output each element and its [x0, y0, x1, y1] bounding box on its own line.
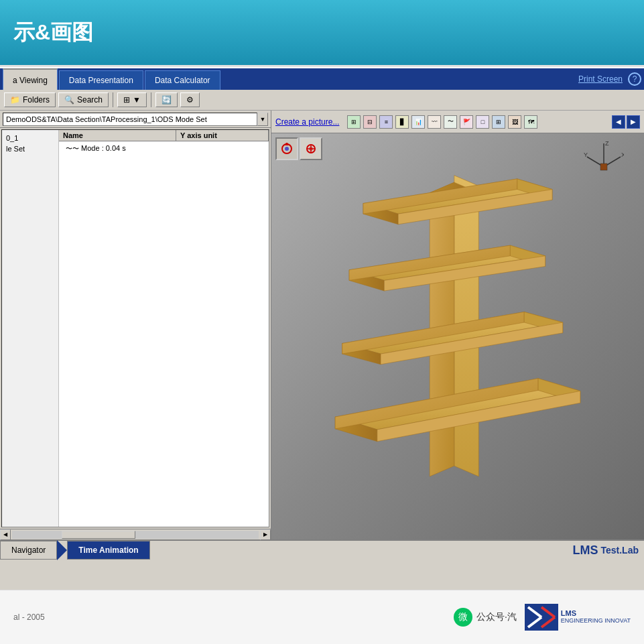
wechat-badge: 微 公众号·汽 — [454, 608, 517, 627]
pic-icon-6[interactable]: 〰 — [428, 115, 441, 129]
nav-tab-arrow — [57, 540, 67, 560]
top-header: 示&画图 — [0, 0, 644, 67]
horizontal-scrollbar[interactable]: ◀ ▶ — [0, 529, 271, 539]
folder-icon: 📁 — [10, 95, 20, 105]
table-row[interactable]: 〜〜 Mode : 0.04 s — [62, 143, 266, 155]
tab-data-viewing[interactable]: a Viewing — [3, 68, 58, 90]
tab-data-presentation[interactable]: Data Presentation — [59, 70, 143, 90]
tree-item-1[interactable]: 0_1 — [3, 133, 57, 143]
tree-table-area: 0_1 le Set Name Y axis unit 〜〜 Mode : 0.… — [1, 129, 269, 527]
print-screen-link[interactable]: Print Screen — [578, 74, 623, 84]
pic-icon-8[interactable]: 🚩 — [460, 115, 473, 129]
grid-icon: ⊞ — [123, 95, 130, 105]
create-picture-link[interactable]: Create a picture... — [275, 117, 339, 127]
nav-prev-button[interactable]: ◀ — [612, 115, 625, 129]
path-dropdown-button[interactable]: ▼ — [257, 113, 268, 126]
path-input[interactable] — [3, 113, 257, 126]
pic-icon-5[interactable]: 📊 — [411, 115, 425, 129]
engineering-text: LMS ENGINEERING INNOVAT — [561, 609, 631, 625]
3d-model-svg — [271, 133, 644, 539]
wechat-icon: 微 — [454, 608, 472, 627]
tab-right-actions: Print Screen ? — [578, 68, 641, 90]
toolbar-separator-1 — [113, 92, 113, 107]
tab-data-calculator[interactable]: Data Calculator — [145, 70, 220, 90]
grid-dropdown-icon: ▼ — [133, 95, 141, 105]
pic-icon-2[interactable]: ⊟ — [363, 115, 377, 129]
toolbar-row: 📁 Folders 🔍 Search ⊞ ▼ 🔄 ⚙ — [0, 90, 644, 111]
footer-copyright: al - 2005 — [13, 613, 45, 622]
right-table: Name Y axis unit 〜〜 Mode : 0.04 s — [59, 130, 269, 527]
refresh-button[interactable]: 🔄 — [155, 92, 178, 107]
grid-view-button[interactable]: ⊞ ▼ — [117, 92, 147, 107]
pic-icon-7[interactable]: 〜 — [444, 115, 457, 129]
scroll-track[interactable] — [12, 531, 259, 539]
table-header: Name Y axis unit — [59, 130, 269, 141]
footer: al - 2005 微 公众号·汽 LMS ENGINEERING INNOVA… — [0, 590, 644, 644]
footer-right: 微 公众号·汽 LMS ENGINEERING INNOVAT — [454, 604, 631, 631]
pic-icon-4[interactable]: ▊ — [395, 115, 409, 129]
scroll-right-button[interactable]: ▶ — [260, 529, 271, 540]
app-window: a Viewing Data Presentation Data Calcula… — [0, 67, 644, 590]
pic-icon-9[interactable]: □ — [476, 115, 489, 129]
settings-button[interactable]: ⚙ — [180, 92, 200, 107]
waveform-icon: 〜〜 — [66, 145, 79, 152]
pic-icon-10[interactable]: ⊞ — [492, 115, 505, 129]
scroll-thumb[interactable] — [62, 531, 135, 539]
left-tree: 0_1 le Set — [2, 130, 59, 527]
search-icon: 🔍 — [64, 95, 74, 105]
tree-item-2[interactable]: le Set — [3, 143, 57, 154]
folders-button[interactable]: 📁 Folders — [4, 92, 56, 107]
col-unit-header: Y axis unit — [176, 130, 269, 141]
help-button[interactable]: ? — [628, 72, 641, 86]
pic-icon-1[interactable]: ⊞ — [347, 115, 361, 129]
nav-arrows: ◀ ▶ — [612, 115, 640, 129]
page-title: 示&画图 — [13, 18, 93, 48]
viewport-3d: X Y Z — [271, 133, 644, 539]
pic-icon-3[interactable]: ≡ — [379, 115, 393, 129]
right-panel: Create a picture... ⊞ ⊟ ≡ ▊ 📊 〰 〜 🚩 □ ⊞ … — [271, 111, 644, 539]
lms-logo: LMS Test.Lab — [572, 543, 644, 558]
path-bar: ▼ — [0, 111, 271, 128]
search-button[interactable]: 🔍 Search — [58, 92, 109, 107]
pic-icon-12[interactable]: 🗺 — [524, 115, 537, 129]
time-animation-tab[interactable]: Time Animation — [67, 541, 149, 560]
col-name-header: Name — [59, 130, 176, 141]
picture-toolbar: Create a picture... ⊞ ⊟ ≡ ▊ 📊 〰 〜 🚩 □ ⊞ … — [271, 111, 644, 133]
wechat-label: 公众号·汽 — [476, 611, 517, 623]
toolbar-separator-2 — [151, 92, 151, 107]
lms-footer-logo: LMS ENGINEERING INNOVAT — [525, 604, 631, 631]
left-panel: ▼ 0_1 le Set Name Y axis unit 〜〜 — [0, 111, 271, 539]
pic-icon-11[interactable]: 🖼 — [508, 115, 521, 129]
refresh-icon: 🔄 — [162, 95, 172, 105]
nav-next-button[interactable]: ▶ — [627, 115, 640, 129]
settings-icon: ⚙ — [186, 95, 194, 105]
table-body: 〜〜 Mode : 0.04 s — [59, 141, 269, 156]
scroll-left-button[interactable]: ◀ — [0, 529, 11, 540]
lms-x-icon — [525, 604, 558, 631]
bottom-nav: Navigator Time Animation LMS Test.Lab — [0, 539, 644, 560]
content-area: ▼ 0_1 le Set Name Y axis unit 〜〜 — [0, 111, 644, 539]
navigator-tab[interactable]: Navigator — [0, 541, 57, 560]
tab-bar: a Viewing Data Presentation Data Calcula… — [0, 68, 644, 90]
